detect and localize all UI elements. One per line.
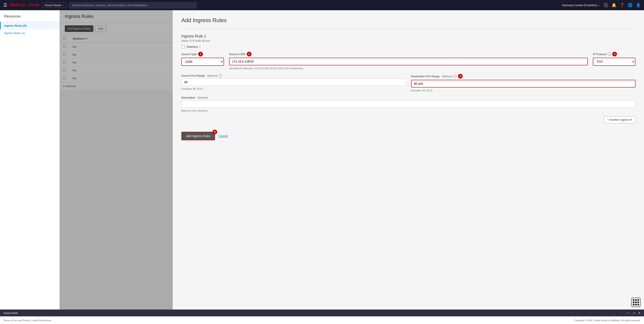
step-3-badge: 3 [612,52,617,56]
rule-title: Ingress Rule 1 [181,34,636,38]
form-row-2: Source Port Range Optional i Examples: 8… [181,74,636,92]
cloud-shell-title: Cloud Shell [4,312,18,315]
nav-icons: ⬛ 🔔 ❓ 🌐 👤 [604,3,640,7]
stateless-label: Stateless [186,45,198,48]
step-4-badge: 4 [458,74,463,78]
description-input[interactable] [181,100,636,108]
minimize-icon[interactable]: — [626,311,630,315]
rule-section: Ingress Rule 1 Allows TCP traffic 80,443… [181,34,636,127]
source-cidr-input[interactable] [229,58,588,65]
ip-protocol-select[interactable]: TCP UDP ICMP All Protocols [593,58,636,66]
terminal-icon[interactable]: ⬛ [604,3,608,7]
description-hint: Maximum 255 characters [181,109,636,112]
page-footer: Terms of Use and Privacy Cookie Preferen… [0,316,644,324]
rule-subtitle: Allows TCP traffic 80,443 [181,39,636,42]
dest-port-group: Destination Port Range Optional i 4 Exam… [411,74,636,92]
source-port-label: Source Port Range Optional i [181,74,406,77]
source-cidr-group: Source CIDR 2 Specified IP addresses: 17… [229,52,588,70]
sidebar-item-ingress-rules[interactable]: Ingress Rules (5) [0,22,60,29]
source-cidr-hint: Specified IP addresses: 172.16.0.128-172… [229,67,588,70]
source-port-hint: Examples: 80, 20-22 [181,87,406,90]
cloud-classic-button[interactable]: Cloud Classic › [42,2,66,8]
form-row-1: Source Type 1 CIDR Service CIDR Block [181,52,636,70]
sidebar-title: Resources [0,14,60,22]
search-input[interactable] [69,2,197,8]
source-cidr-label: Source CIDR 2 [229,52,588,56]
form-row-3: Description Optional Maximum 255 charact… [181,96,636,112]
bell-icon[interactable]: 🔔 [612,3,616,7]
footer-right: Copyright © 2024, Oracle and/or its affi… [574,319,640,322]
source-type-group: Source Type 1 CIDR Service CIDR Block [181,52,224,66]
step-2-badge: 2 [247,52,252,56]
content-area: Ingress Rules Add Ingress Rules Edit Sta… [60,10,644,310]
stateless-checkbox[interactable] [181,45,185,48]
another-ingress-button[interactable]: + Another Ingress R [604,116,636,123]
another-ingress-row: + Another Ingress R [181,116,636,127]
source-port-info-icon[interactable]: i [219,74,222,77]
footer-left: Terms of Use and Privacy Cookie Preferen… [4,319,51,322]
cloud-shell-controls: — ⤢ ✕ [626,311,640,315]
dest-port-input[interactable] [411,80,636,87]
step-1-badge: 1 [198,52,203,56]
source-port-input[interactable] [181,78,406,86]
add-ingress-rules-submit-button[interactable]: Add Ingress Rules [181,132,215,140]
modal-title: Add Ingress Rules [181,17,636,24]
sidebar: Resources Ingress Rules (5) Egress Rules… [0,10,60,310]
stateless-row: Stateless i [181,45,636,48]
oracle-text: ORACLE [10,3,26,7]
main-layout: Resources Ingress Rules (5) Egress Rules… [0,10,644,310]
add-button-wrapper: 5 Add Ingress Rules [181,132,215,140]
modal-panel: Add Ingress Rules Ingress Rule 1 Allows … [172,10,644,310]
close-cloud-shell-icon[interactable]: ✕ [638,311,640,315]
step-5-badge: 5 [212,130,217,134]
cloud-text: Cloud [28,3,39,7]
ip-protocol-group: IP Protocol i 3 TCP UDP ICMP All Protoco… [593,52,636,66]
cancel-button[interactable]: Cancel [218,134,228,138]
dest-port-label: Destination Port Range Optional i 4 [411,74,636,78]
dest-port-hint: Examples: 80, 20-22 [411,89,636,92]
source-type-select[interactable]: CIDR Service CIDR Block [181,58,224,66]
modal-divider [181,29,636,29]
globe-icon[interactable]: 🌐 [628,3,632,7]
ip-protocol-label: IP Protocol i 3 [593,52,636,56]
expand-icon[interactable]: ⤢ [632,311,635,315]
top-navigation: ☰ ORACLE Cloud Cloud Classic › Germany C… [0,0,644,10]
user-icon[interactable]: 👤 [636,3,640,7]
modal-footer: 5 Add Ingress Rules Cancel [181,132,636,140]
hamburger-menu-icon[interactable]: ☰ [4,2,7,8]
ip-protocol-info-icon[interactable]: i [608,52,611,56]
oracle-logo: ORACLE Cloud [10,3,39,7]
nav-right: Germany Central (Frankfurt) ⌄ ⬛ 🔔 ❓ 🌐 👤 [562,3,640,7]
dest-port-info-icon[interactable]: i [453,74,457,78]
region-selector[interactable]: Germany Central (Frankfurt) ⌄ [562,3,600,7]
description-group: Description Optional Maximum 255 charact… [181,96,636,112]
sidebar-item-egress-rules[interactable]: Egress Rules (1) [0,29,60,37]
help-fab-button[interactable] [631,298,640,307]
description-label: Description Optional [181,96,636,99]
cloud-shell-bar: Cloud Shell — ⤢ ✕ [0,310,644,316]
source-type-label: Source Type 1 [181,52,224,56]
stateless-info-icon[interactable]: i [200,45,200,48]
help-fab-grid-icon [633,299,639,306]
help-icon[interactable]: ❓ [620,3,624,7]
source-port-group: Source Port Range Optional i Examples: 8… [181,74,406,90]
